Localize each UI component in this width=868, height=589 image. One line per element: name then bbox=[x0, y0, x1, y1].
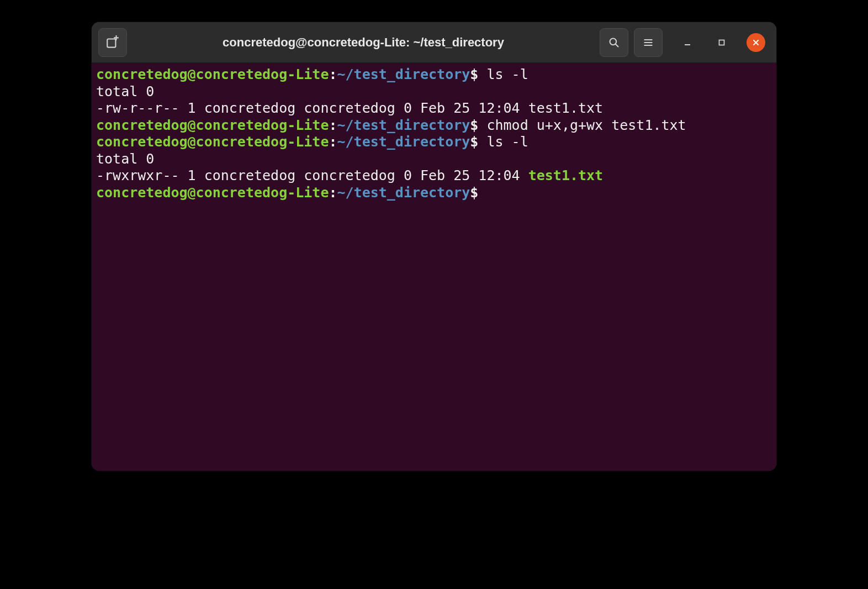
output-text: -rwxrwxr-- 1 concretedog concretedog 0 F… bbox=[96, 167, 528, 183]
hamburger-icon bbox=[643, 37, 654, 48]
terminal-line: concretedog@concretedog-Lite:~/test_dire… bbox=[96, 66, 772, 83]
prompt-colon: : bbox=[329, 117, 337, 133]
terminal-line: concretedog@concretedog-Lite:~/test_dire… bbox=[96, 185, 772, 202]
maximize-button[interactable] bbox=[712, 33, 731, 52]
command-text: chmod u+x,g+wx test1.txt bbox=[486, 117, 686, 133]
new-tab-icon bbox=[105, 35, 120, 50]
output-text: total 0 bbox=[96, 83, 154, 99]
prompt-path: ~/test_directory bbox=[337, 117, 470, 133]
prompt-user-host: concretedog@concretedog-Lite bbox=[96, 117, 329, 133]
output-text: total 0 bbox=[96, 151, 154, 167]
prompt-user-host: concretedog@concretedog-Lite bbox=[96, 134, 329, 150]
terminal-body[interactable]: concretedog@concretedog-Lite:~/test_dire… bbox=[92, 63, 776, 471]
close-button[interactable] bbox=[747, 33, 765, 52]
svg-rect-9 bbox=[719, 40, 724, 45]
prompt-colon: : bbox=[329, 185, 337, 201]
prompt-colon: : bbox=[329, 134, 337, 150]
terminal-line: -rw-r--r-- 1 concretedog concretedog 0 F… bbox=[96, 100, 772, 117]
window-controls bbox=[678, 33, 765, 52]
search-button[interactable] bbox=[600, 28, 628, 57]
titlebar: concretedog@concretedog-Lite: ~/test_dir… bbox=[92, 22, 776, 63]
menu-button[interactable] bbox=[634, 28, 663, 57]
maximize-icon bbox=[718, 39, 726, 46]
terminal-window: concretedog@concretedog-Lite: ~/test_dir… bbox=[92, 22, 776, 471]
exec-file: test1.txt bbox=[528, 167, 603, 183]
output-text: -rw-r--r-- 1 concretedog concretedog 0 F… bbox=[96, 100, 603, 116]
command-text: ls -l bbox=[486, 134, 528, 150]
search-icon bbox=[608, 37, 620, 48]
prompt-path: ~/test_directory bbox=[337, 66, 470, 82]
terminal-line: -rwxrwxr-- 1 concretedog concretedog 0 F… bbox=[96, 167, 772, 185]
prompt-path: ~/test_directory bbox=[337, 134, 470, 150]
window-title: concretedog@concretedog-Lite: ~/test_dir… bbox=[133, 35, 594, 50]
prompt-user-host: concretedog@concretedog-Lite bbox=[96, 185, 329, 201]
minimize-button[interactable] bbox=[678, 33, 697, 52]
terminal-line: concretedog@concretedog-Lite:~/test_dire… bbox=[96, 134, 772, 151]
close-icon bbox=[752, 39, 760, 46]
prompt-dollar: $ bbox=[470, 66, 486, 82]
svg-rect-0 bbox=[107, 39, 115, 47]
new-tab-button[interactable] bbox=[98, 28, 127, 57]
prompt-path: ~/test_directory bbox=[337, 185, 470, 201]
header-right bbox=[600, 28, 770, 57]
terminal-line: total 0 bbox=[96, 151, 772, 168]
prompt-dollar: $ bbox=[470, 185, 486, 201]
prompt-user-host: concretedog@concretedog-Lite bbox=[96, 66, 329, 82]
terminal-line: concretedog@concretedog-Lite:~/test_dire… bbox=[96, 117, 772, 134]
svg-line-4 bbox=[616, 44, 618, 46]
terminal-line: total 0 bbox=[96, 83, 772, 101]
command-text: ls -l bbox=[486, 66, 528, 82]
prompt-dollar: $ bbox=[470, 134, 486, 150]
prompt-dollar: $ bbox=[470, 117, 486, 133]
prompt-colon: : bbox=[329, 66, 337, 82]
minimize-icon bbox=[684, 39, 691, 46]
